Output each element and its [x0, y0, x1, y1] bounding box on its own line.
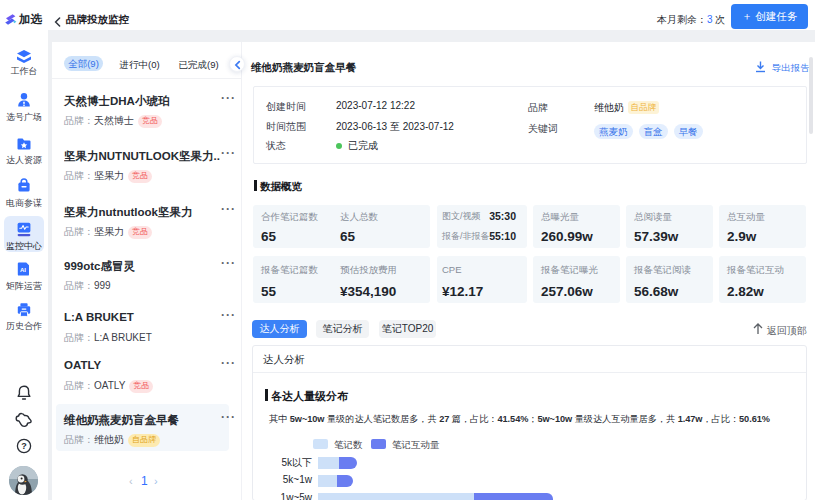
svg-text:AI: AI: [20, 267, 26, 273]
svg-text:?: ?: [21, 441, 27, 451]
